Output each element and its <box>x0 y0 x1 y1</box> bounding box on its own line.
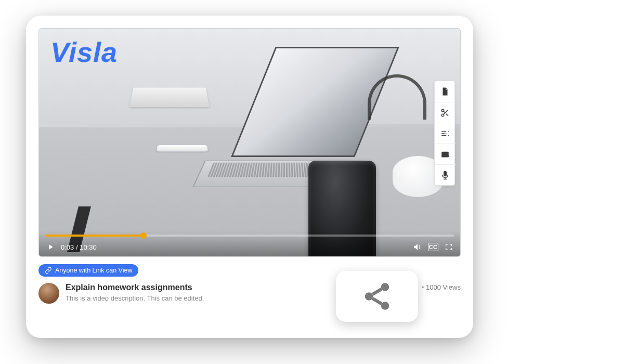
adjust-icon[interactable] <box>435 123 456 144</box>
video-card: Visla <box>26 16 473 338</box>
play-button[interactable] <box>45 242 56 252</box>
share-callout[interactable] <box>335 270 419 322</box>
duration: 10:30 <box>80 243 97 251</box>
share-visibility-pill[interactable]: Anyone with Link can View <box>38 264 138 277</box>
video-player[interactable]: Visla <box>38 28 461 257</box>
view-count: 1000 Views <box>422 283 461 291</box>
time-display: 0:03 / 10:30 <box>61 243 97 251</box>
microphone-icon[interactable] <box>435 164 456 185</box>
current-time: 0:03 <box>61 243 74 251</box>
progress-handle[interactable] <box>140 232 147 239</box>
fullscreen-button[interactable] <box>444 242 454 252</box>
share-icon <box>361 280 393 313</box>
svg-point-6 <box>381 283 389 291</box>
player-controls: 0:03 / 10:30 CC <box>39 231 460 256</box>
editor-tool-rail <box>434 81 455 186</box>
scissors-icon[interactable] <box>435 102 456 123</box>
volume-button[interactable] <box>412 242 423 252</box>
progress-bar[interactable] <box>45 235 454 237</box>
avatar[interactable] <box>38 283 59 304</box>
svg-point-0 <box>441 109 444 112</box>
brand-logo: Visla <box>50 36 118 68</box>
cc-button[interactable]: CC <box>428 243 438 251</box>
svg-rect-5 <box>444 171 447 176</box>
svg-point-8 <box>381 302 389 310</box>
link-icon <box>45 267 52 274</box>
svg-point-1 <box>441 114 444 116</box>
caption-bar-icon[interactable] <box>435 144 456 164</box>
svg-rect-4 <box>441 155 449 157</box>
svg-point-7 <box>365 292 373 301</box>
share-visibility-label: Anyone with Link can View <box>55 267 132 274</box>
progress-played <box>45 235 144 237</box>
document-icon[interactable] <box>435 81 456 102</box>
